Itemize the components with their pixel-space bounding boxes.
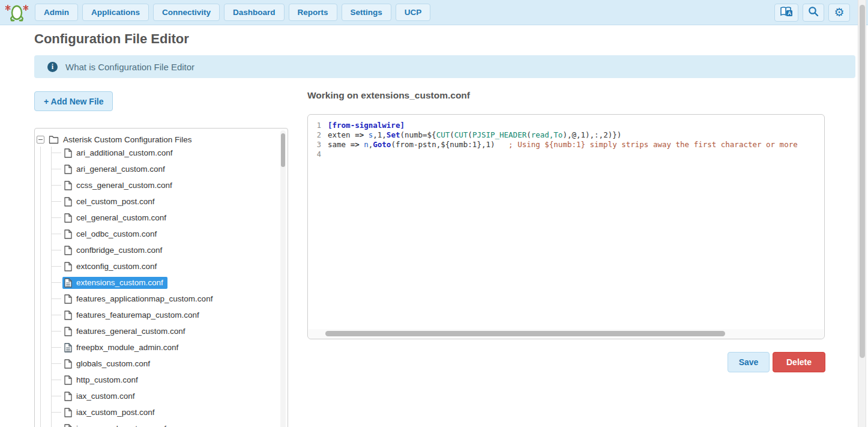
language-icon: A <box>780 6 793 19</box>
tree-file-item[interactable]: cel_custom_post.conf <box>35 193 288 210</box>
tree-file-item[interactable]: confbridge_custom.conf <box>35 242 288 258</box>
editor-hscrollbar-thumb[interactable] <box>325 331 725 336</box>
file-icon <box>64 424 72 427</box>
tree-file-item[interactable]: extconfig_custom.conf <box>35 258 288 274</box>
line-number: 1 <box>308 121 324 130</box>
tree-file-label: ari_additional_custom.conf <box>76 148 173 157</box>
tree-file-label: cel_general_custom.conf <box>76 213 166 222</box>
tree-file-item[interactable]: iax_custom_post.conf <box>35 404 288 420</box>
file-icon <box>64 148 72 158</box>
freepbx-config-file-editor-page: AdminApplicationsConnectivityDashboardRe… <box>0 0 868 427</box>
tree-file-item[interactable]: freepbx_module_admin.conf <box>35 339 288 356</box>
tree-file-label: features_featuremap_custom.conf <box>76 310 199 319</box>
page-title: Configuration File Editor <box>34 31 189 47</box>
file-tree-panel: Asterisk Custom Configuration Files ari_… <box>34 128 288 427</box>
nav-item-connectivity[interactable]: Connectivity <box>153 4 220 21</box>
tree-file-label: freepbx_module_admin.conf <box>76 343 178 352</box>
file-text-icon <box>64 278 72 288</box>
file-icon <box>64 181 72 190</box>
top-navbar: AdminApplicationsConnectivityDashboardRe… <box>0 0 868 25</box>
tree-file-item[interactable]: features_general_custom.conf <box>35 323 288 339</box>
file-icon <box>64 197 72 207</box>
file-icon <box>64 408 72 417</box>
code-line: 1[from-signalwire] <box>308 121 824 130</box>
info-bar[interactable]: i What is Configuration File Editor <box>34 55 855 78</box>
code-line: 3same => n,Goto(from-pstn,${numb:1},1) ;… <box>308 140 824 150</box>
tree-file-item[interactable]: extensions_custom.conf <box>35 274 288 291</box>
tree-children: ari_additional_custom.confari_general_cu… <box>35 145 288 427</box>
tree-file-label: cel_custom_post.conf <box>76 197 155 206</box>
tree-file-label: iax_custom_post.conf <box>76 408 155 417</box>
code-line-text <box>324 150 328 159</box>
nav-item-applications[interactable]: Applications <box>82 4 149 21</box>
tree-file-label: extconfig_custom.conf <box>76 262 157 271</box>
settings-button[interactable]: ⚙ <box>828 4 850 22</box>
search-button[interactable] <box>803 4 824 22</box>
info-icon: i <box>47 62 58 72</box>
nav-item-admin[interactable]: Admin <box>35 4 78 21</box>
info-bar-text: What is Configuration File Editor <box>65 62 194 72</box>
collapse-expander-icon[interactable] <box>37 136 44 144</box>
tree-root-node[interactable]: Asterisk Custom Configuration Files <box>35 133 192 146</box>
language-button[interactable]: A <box>774 4 798 22</box>
tree-file-item[interactable]: ari_general_custom.conf <box>35 161 288 177</box>
search-icon <box>808 6 819 19</box>
line-number: 3 <box>308 140 324 150</box>
file-icon <box>64 375 72 385</box>
line-number: 2 <box>308 130 324 140</box>
page-scrollbar-thumb[interactable] <box>860 5 865 358</box>
nav-item-ucp[interactable]: UCP <box>396 4 431 21</box>
code-line: 4 <box>308 150 824 159</box>
file-icon <box>64 246 72 255</box>
file-text-icon <box>64 343 72 353</box>
add-new-file-button[interactable]: + Add New File <box>34 91 113 111</box>
freepbx-logo-icon[interactable] <box>5 3 29 22</box>
tree-file-label: http_custom.conf <box>76 375 138 384</box>
tree-file-item[interactable]: iax_general_custom.conf <box>35 420 288 427</box>
tree-file-item[interactable]: features_applicationmap_custom.conf <box>35 291 288 307</box>
line-number: 4 <box>308 150 324 159</box>
tree-file-label: confbridge_custom.conf <box>76 246 162 255</box>
file-icon <box>64 392 72 401</box>
nav-item-settings[interactable]: Settings <box>342 4 391 21</box>
tree-file-label: extensions_custom.conf <box>76 278 163 287</box>
save-button[interactable]: Save <box>728 352 770 372</box>
tree-file-item[interactable]: cel_general_custom.conf <box>35 210 288 226</box>
file-icon <box>64 262 72 271</box>
code-line: 2exten => s,1,Set(numb=${CUT(CUT(PJSIP_H… <box>308 130 824 140</box>
nav-item-dashboard[interactable]: Dashboard <box>224 4 285 21</box>
tree-file-label: ari_general_custom.conf <box>76 165 165 174</box>
tree-file-item[interactable]: iax_custom.conf <box>35 388 288 404</box>
nav-right-icons: A ⚙ <box>774 4 850 22</box>
nav-item-reports[interactable]: Reports <box>289 4 337 21</box>
working-on-heading: Working on extensions_custom.conf <box>307 90 470 101</box>
tree-file-item[interactable]: cel_odbc_custom.conf <box>35 226 288 242</box>
tree-file-label: iax_custom.conf <box>76 392 135 401</box>
file-icon <box>64 294 72 304</box>
tree-file-label: features_general_custom.conf <box>76 327 185 336</box>
tree-file-item[interactable]: globals_custom.conf <box>35 356 288 372</box>
tree-root-label: Asterisk Custom Configuration Files <box>63 135 192 144</box>
tree-file-label: features_applicationmap_custom.conf <box>76 294 212 303</box>
tree-file-label: ccss_general_custom.conf <box>76 181 172 190</box>
code-lines: 1[from-signalwire]2exten => s,1,Set(numb… <box>308 115 824 159</box>
tree-file-label: cel_odbc_custom.conf <box>76 229 157 238</box>
code-line-text: [from-signalwire] <box>324 121 405 130</box>
tree-file-item[interactable]: ari_additional_custom.conf <box>35 145 288 161</box>
gear-icon: ⚙ <box>834 7 844 18</box>
delete-button[interactable]: Delete <box>773 352 825 372</box>
code-editor[interactable]: 1[from-signalwire]2exten => s,1,Set(numb… <box>307 114 825 339</box>
folder-icon <box>49 135 59 144</box>
file-icon <box>64 213 72 223</box>
tree-scrollbar-thumb[interactable] <box>281 133 285 167</box>
tree-file-item[interactable]: ccss_general_custom.conf <box>35 177 288 193</box>
tree-scrollbar[interactable] <box>280 130 286 427</box>
file-icon <box>64 165 72 174</box>
page-scrollbar[interactable] <box>858 0 866 427</box>
editor-hscrollbar[interactable] <box>309 329 824 339</box>
tree-file-label: globals_custom.conf <box>76 359 150 368</box>
file-icon <box>64 229 72 239</box>
nav-items: AdminApplicationsConnectivityDashboardRe… <box>35 4 430 21</box>
tree-file-item[interactable]: http_custom.conf <box>35 372 288 388</box>
tree-file-item[interactable]: features_featuremap_custom.conf <box>35 307 288 323</box>
